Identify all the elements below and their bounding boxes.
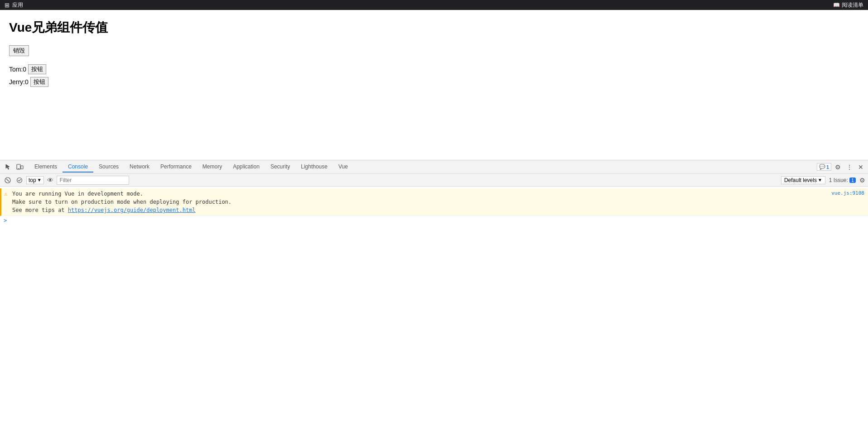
- topbar-right: 📖 阅读清单: [833, 1, 863, 9]
- jerry-row: Jerry:0 按钮: [9, 77, 859, 87]
- destroy-button[interactable]: 销毁: [9, 45, 29, 56]
- jerry-button[interactable]: 按钮: [30, 77, 48, 87]
- reader-label: 阅读清单: [842, 1, 863, 9]
- tom-label: Tom:0: [9, 66, 26, 73]
- page-content: Vue兄弟组件传值 销毁 Tom:0 按钮 Jerry:0 按钮: [0, 10, 868, 160]
- grid-icon: ⊞: [5, 2, 10, 9]
- app-label: 应用: [12, 1, 23, 9]
- jerry-label: Jerry:0: [9, 78, 29, 86]
- tom-row: Tom:0 按钮: [9, 64, 859, 74]
- tom-button[interactable]: 按钮: [28, 64, 46, 74]
- topbar-left: ⊞ 应用: [5, 1, 23, 9]
- browser-topbar: ⊞ 应用 📖 阅读清单: [0, 0, 868, 10]
- page-title: Vue兄弟组件传值: [9, 19, 859, 36]
- reader-icon: 📖: [833, 2, 840, 8]
